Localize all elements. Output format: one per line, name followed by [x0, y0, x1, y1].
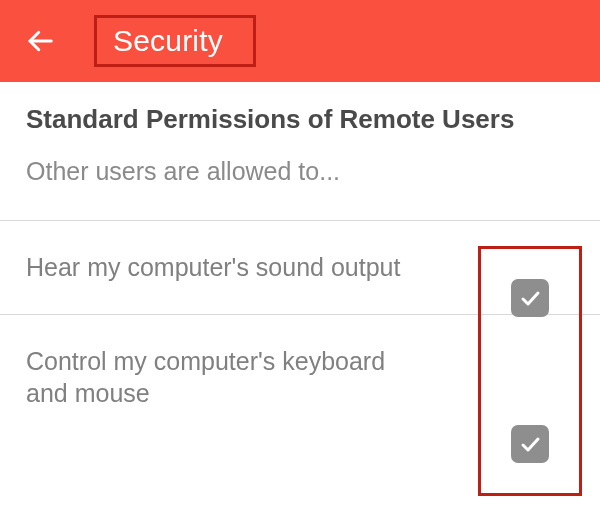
page-title-highlight: Security [94, 15, 256, 67]
permission-checkbox-keyboard-mouse[interactable] [511, 425, 549, 463]
app-header: Security [0, 0, 600, 82]
section-subtitle: Other users are allowed to... [26, 157, 574, 186]
arrow-left-icon [25, 26, 55, 56]
section-title: Standard Permissions of Remote Users [26, 104, 574, 135]
checkbox-column-highlight [478, 246, 582, 496]
page-title: Security [113, 24, 223, 57]
checkmark-icon [518, 286, 542, 310]
security-settings-screen: Security Standard Permissions of Remote … [0, 0, 600, 512]
back-button[interactable] [20, 21, 60, 61]
section-header: Standard Permissions of Remote Users Oth… [0, 82, 600, 192]
checkmark-icon [518, 432, 542, 456]
permission-checkbox-sound-output[interactable] [511, 279, 549, 317]
permission-label: Control my computer's keyboard and mouse [26, 345, 426, 410]
permission-label: Hear my computer's sound output [26, 251, 400, 284]
